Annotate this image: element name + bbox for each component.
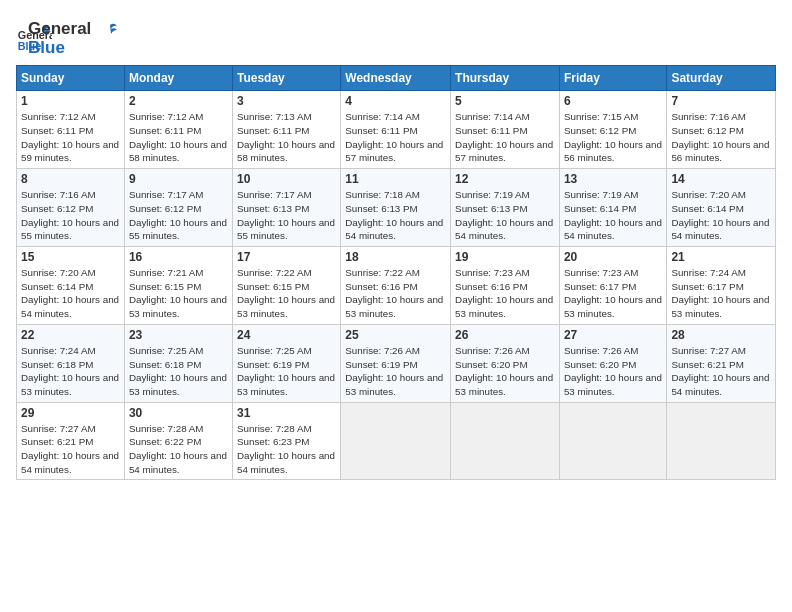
calendar-cell: 16 Sunrise: 7:21 AM Sunset: 6:15 PM Dayl… <box>124 247 232 325</box>
day-number: 13 <box>564 172 662 186</box>
calendar-cell: 23 Sunrise: 7:25 AM Sunset: 6:18 PM Dayl… <box>124 324 232 402</box>
day-number: 11 <box>345 172 446 186</box>
calendar-cell <box>451 402 560 480</box>
calendar-week-4: 22 Sunrise: 7:24 AM Sunset: 6:18 PM Dayl… <box>17 324 776 402</box>
day-info: Sunrise: 7:12 AM Sunset: 6:11 PM Dayligh… <box>21 110 120 165</box>
weekday-header-row: SundayMondayTuesdayWednesdayThursdayFrid… <box>17 66 776 91</box>
calendar-cell: 9 Sunrise: 7:17 AM Sunset: 6:12 PM Dayli… <box>124 169 232 247</box>
day-info: Sunrise: 7:26 AM Sunset: 6:20 PM Dayligh… <box>564 344 662 399</box>
weekday-friday: Friday <box>559 66 666 91</box>
day-info: Sunrise: 7:23 AM Sunset: 6:17 PM Dayligh… <box>564 266 662 321</box>
day-number: 31 <box>237 406 336 420</box>
logo: General Blue General Blue <box>16 16 118 57</box>
day-number: 29 <box>21 406 120 420</box>
day-number: 26 <box>455 328 555 342</box>
calendar-cell: 11 Sunrise: 7:18 AM Sunset: 6:13 PM Dayl… <box>341 169 451 247</box>
calendar-cell <box>341 402 451 480</box>
page-header: General Blue General Blue <box>16 16 776 57</box>
day-info: Sunrise: 7:26 AM Sunset: 6:20 PM Dayligh… <box>455 344 555 399</box>
calendar-cell: 31 Sunrise: 7:28 AM Sunset: 6:23 PM Dayl… <box>232 402 340 480</box>
day-info: Sunrise: 7:19 AM Sunset: 6:14 PM Dayligh… <box>564 188 662 243</box>
calendar-cell: 19 Sunrise: 7:23 AM Sunset: 6:16 PM Dayl… <box>451 247 560 325</box>
day-info: Sunrise: 7:12 AM Sunset: 6:11 PM Dayligh… <box>129 110 228 165</box>
day-info: Sunrise: 7:28 AM Sunset: 6:22 PM Dayligh… <box>129 422 228 477</box>
day-info: Sunrise: 7:21 AM Sunset: 6:15 PM Dayligh… <box>129 266 228 321</box>
day-info: Sunrise: 7:27 AM Sunset: 6:21 PM Dayligh… <box>671 344 771 399</box>
calendar-cell <box>559 402 666 480</box>
calendar-cell: 27 Sunrise: 7:26 AM Sunset: 6:20 PM Dayl… <box>559 324 666 402</box>
calendar-week-5: 29 Sunrise: 7:27 AM Sunset: 6:21 PM Dayl… <box>17 402 776 480</box>
logo-bird-icon <box>98 21 118 39</box>
day-info: Sunrise: 7:27 AM Sunset: 6:21 PM Dayligh… <box>21 422 120 477</box>
day-number: 21 <box>671 250 771 264</box>
calendar-table: SundayMondayTuesdayWednesdayThursdayFrid… <box>16 65 776 480</box>
day-number: 25 <box>345 328 446 342</box>
weekday-thursday: Thursday <box>451 66 560 91</box>
day-number: 4 <box>345 94 446 108</box>
calendar-week-1: 1 Sunrise: 7:12 AM Sunset: 6:11 PM Dayli… <box>17 91 776 169</box>
day-number: 16 <box>129 250 228 264</box>
day-info: Sunrise: 7:17 AM Sunset: 6:13 PM Dayligh… <box>237 188 336 243</box>
calendar-cell: 24 Sunrise: 7:25 AM Sunset: 6:19 PM Dayl… <box>232 324 340 402</box>
day-info: Sunrise: 7:26 AM Sunset: 6:19 PM Dayligh… <box>345 344 446 399</box>
calendar-cell: 6 Sunrise: 7:15 AM Sunset: 6:12 PM Dayli… <box>559 91 666 169</box>
calendar-cell: 2 Sunrise: 7:12 AM Sunset: 6:11 PM Dayli… <box>124 91 232 169</box>
calendar-cell <box>667 402 776 480</box>
day-info: Sunrise: 7:25 AM Sunset: 6:18 PM Dayligh… <box>129 344 228 399</box>
day-number: 7 <box>671 94 771 108</box>
day-number: 14 <box>671 172 771 186</box>
day-info: Sunrise: 7:14 AM Sunset: 6:11 PM Dayligh… <box>345 110 446 165</box>
calendar-cell: 29 Sunrise: 7:27 AM Sunset: 6:21 PM Dayl… <box>17 402 125 480</box>
calendar-cell: 30 Sunrise: 7:28 AM Sunset: 6:22 PM Dayl… <box>124 402 232 480</box>
weekday-tuesday: Tuesday <box>232 66 340 91</box>
day-info: Sunrise: 7:20 AM Sunset: 6:14 PM Dayligh… <box>671 188 771 243</box>
day-info: Sunrise: 7:19 AM Sunset: 6:13 PM Dayligh… <box>455 188 555 243</box>
day-number: 24 <box>237 328 336 342</box>
day-number: 12 <box>455 172 555 186</box>
day-info: Sunrise: 7:22 AM Sunset: 6:16 PM Dayligh… <box>345 266 446 321</box>
calendar-cell: 3 Sunrise: 7:13 AM Sunset: 6:11 PM Dayli… <box>232 91 340 169</box>
calendar-cell: 17 Sunrise: 7:22 AM Sunset: 6:15 PM Dayl… <box>232 247 340 325</box>
weekday-sunday: Sunday <box>17 66 125 91</box>
day-number: 28 <box>671 328 771 342</box>
calendar-cell: 26 Sunrise: 7:26 AM Sunset: 6:20 PM Dayl… <box>451 324 560 402</box>
day-number: 3 <box>237 94 336 108</box>
calendar-cell: 21 Sunrise: 7:24 AM Sunset: 6:17 PM Dayl… <box>667 247 776 325</box>
day-number: 2 <box>129 94 228 108</box>
calendar-cell: 15 Sunrise: 7:20 AM Sunset: 6:14 PM Dayl… <box>17 247 125 325</box>
day-number: 9 <box>129 172 228 186</box>
calendar-cell: 25 Sunrise: 7:26 AM Sunset: 6:19 PM Dayl… <box>341 324 451 402</box>
calendar-cell: 1 Sunrise: 7:12 AM Sunset: 6:11 PM Dayli… <box>17 91 125 169</box>
day-number: 18 <box>345 250 446 264</box>
day-number: 30 <box>129 406 228 420</box>
day-number: 10 <box>237 172 336 186</box>
day-info: Sunrise: 7:20 AM Sunset: 6:14 PM Dayligh… <box>21 266 120 321</box>
day-info: Sunrise: 7:22 AM Sunset: 6:15 PM Dayligh… <box>237 266 336 321</box>
day-info: Sunrise: 7:16 AM Sunset: 6:12 PM Dayligh… <box>671 110 771 165</box>
calendar-cell: 20 Sunrise: 7:23 AM Sunset: 6:17 PM Dayl… <box>559 247 666 325</box>
day-number: 15 <box>21 250 120 264</box>
calendar-cell: 22 Sunrise: 7:24 AM Sunset: 6:18 PM Dayl… <box>17 324 125 402</box>
day-number: 23 <box>129 328 228 342</box>
day-number: 1 <box>21 94 120 108</box>
calendar-cell: 12 Sunrise: 7:19 AM Sunset: 6:13 PM Dayl… <box>451 169 560 247</box>
day-info: Sunrise: 7:14 AM Sunset: 6:11 PM Dayligh… <box>455 110 555 165</box>
day-info: Sunrise: 7:17 AM Sunset: 6:12 PM Dayligh… <box>129 188 228 243</box>
logo-general-text: General <box>28 20 118 39</box>
day-number: 17 <box>237 250 336 264</box>
calendar-week-3: 15 Sunrise: 7:20 AM Sunset: 6:14 PM Dayl… <box>17 247 776 325</box>
weekday-monday: Monday <box>124 66 232 91</box>
day-number: 19 <box>455 250 555 264</box>
calendar-cell: 10 Sunrise: 7:17 AM Sunset: 6:13 PM Dayl… <box>232 169 340 247</box>
calendar-cell: 8 Sunrise: 7:16 AM Sunset: 6:12 PM Dayli… <box>17 169 125 247</box>
calendar-cell: 5 Sunrise: 7:14 AM Sunset: 6:11 PM Dayli… <box>451 91 560 169</box>
calendar-cell: 28 Sunrise: 7:27 AM Sunset: 6:21 PM Dayl… <box>667 324 776 402</box>
calendar-cell: 13 Sunrise: 7:19 AM Sunset: 6:14 PM Dayl… <box>559 169 666 247</box>
calendar-cell: 18 Sunrise: 7:22 AM Sunset: 6:16 PM Dayl… <box>341 247 451 325</box>
day-info: Sunrise: 7:23 AM Sunset: 6:16 PM Dayligh… <box>455 266 555 321</box>
day-number: 6 <box>564 94 662 108</box>
day-number: 8 <box>21 172 120 186</box>
calendar-cell: 4 Sunrise: 7:14 AM Sunset: 6:11 PM Dayli… <box>341 91 451 169</box>
day-number: 27 <box>564 328 662 342</box>
day-info: Sunrise: 7:18 AM Sunset: 6:13 PM Dayligh… <box>345 188 446 243</box>
